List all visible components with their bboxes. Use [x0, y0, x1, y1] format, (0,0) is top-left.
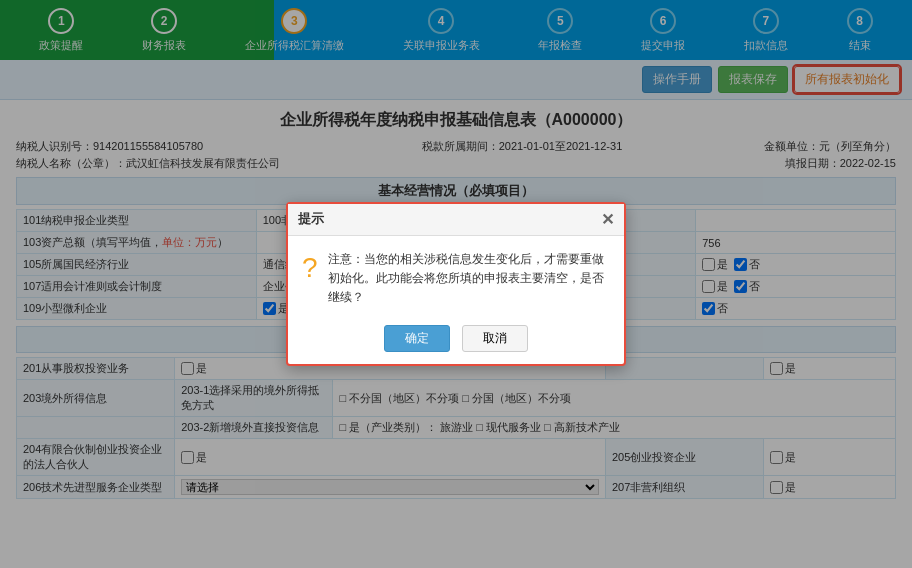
dialog-message: 注意：当您的相关涉税信息发生变化后，才需要重做初始化。此功能会将您所填的申报表主…: [328, 250, 610, 308]
dialog-overlay: 提示 ✕ ? 注意：当您的相关涉税信息发生变化后，才需要重做初始化。此功能会将您…: [0, 0, 912, 568]
dialog: 提示 ✕ ? 注意：当您的相关涉税信息发生变化后，才需要重做初始化。此功能会将您…: [286, 202, 626, 367]
dialog-footer: 确定 取消: [288, 317, 624, 364]
warning-icon: ?: [302, 252, 318, 284]
dialog-confirm-button[interactable]: 确定: [384, 325, 450, 352]
dialog-close-button[interactable]: ✕: [601, 210, 614, 229]
dialog-cancel-button[interactable]: 取消: [462, 325, 528, 352]
dialog-body: ? 注意：当您的相关涉税信息发生变化后，才需要重做初始化。此功能会将您所填的申报…: [288, 236, 624, 318]
dialog-title: 提示 ✕: [288, 204, 624, 236]
